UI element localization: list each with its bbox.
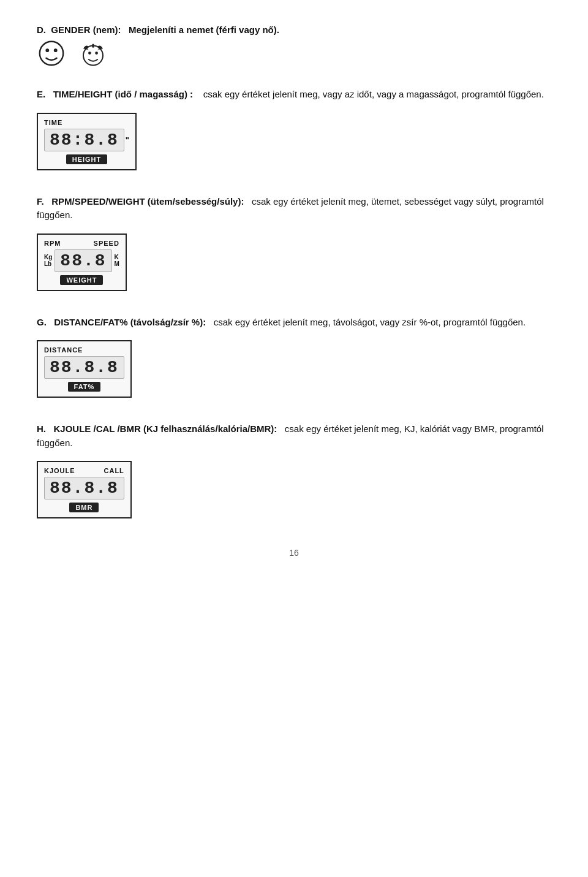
- distance-top-labels: DISTANCE: [44, 346, 124, 354]
- fat-label: FAT%: [68, 382, 101, 392]
- section-h: H. KJOULE /CAL /BMR (KJ felhasználás/kal…: [37, 422, 551, 523]
- fat-bottom: FAT%: [44, 382, 124, 392]
- section-e-title: TIME/HEIGHT (idő / magasság) :: [53, 89, 193, 99]
- section-f-desc: F. RPM/SPEED/WEIGHT (ütem/sebesség/súly)…: [37, 195, 551, 222]
- time-height-unit: ": [126, 135, 129, 145]
- section-e-desc: E. TIME/HEIGHT (idő / magasság) : csak e…: [37, 88, 551, 102]
- female-icon: [78, 39, 108, 68]
- distance-digits-row: 88.8.8: [44, 356, 124, 379]
- section-e-desc-text: csak egy értéket jelenít meg, vagy az id…: [203, 89, 544, 99]
- svg-point-2: [54, 48, 58, 52]
- time-height-digits-row: 88:8.8 ": [44, 129, 129, 151]
- rpm-speed-digits-row: Kg Lb 88.8 K M: [44, 249, 119, 272]
- section-f-label: F.: [37, 196, 44, 207]
- time-height-bottom: HEIGHT: [44, 154, 129, 164]
- weight-bottom: WEIGHT: [44, 275, 119, 285]
- speed-label: SPEED: [94, 240, 119, 247]
- male-icon: [37, 39, 66, 68]
- section-g-desc: G. DISTANCE/FAT% (távolság/zsír %): csak…: [37, 316, 551, 330]
- kg-label: Kg: [44, 254, 52, 260]
- distance-fat-display: DISTANCE 88.8.8 FAT%: [37, 340, 132, 398]
- distance-label: DISTANCE: [44, 346, 83, 354]
- svg-point-1: [45, 48, 49, 52]
- kjoule-label: KJOULE: [44, 467, 75, 474]
- section-f: F. RPM/SPEED/WEIGHT (ütem/sebesség/súly)…: [37, 195, 551, 296]
- m-label: M: [115, 260, 119, 267]
- gender-icons-container: [37, 39, 551, 68]
- section-h-title: KJOULE /CAL /BMR (KJ felhasználás/kalóri…: [54, 423, 277, 434]
- kjoule-cal-bmr-display: KJOULE CALL 88.8.8 BMR: [37, 461, 132, 518]
- section-e: E. TIME/HEIGHT (idő / magasság) : csak e…: [37, 88, 551, 175]
- section-g-label: G.: [37, 317, 47, 327]
- svg-point-0: [40, 42, 63, 65]
- time-label: TIME: [44, 119, 62, 126]
- lb-label: Lb: [44, 260, 52, 267]
- section-d-title: D. GENDER (nem): Megjeleníti a nemet (fé…: [37, 25, 551, 35]
- bmr-bottom: BMR: [44, 503, 124, 512]
- section-g: G. DISTANCE/FAT% (távolság/zsír %): csak…: [37, 316, 551, 403]
- section-f-title: RPM/SPEED/WEIGHT (ütem/sebesség/súly):: [51, 196, 244, 207]
- distance-digits: 88.8.8: [44, 356, 124, 379]
- time-height-digits: 88:8.8: [44, 129, 124, 151]
- km-m-labels: K M: [115, 254, 119, 267]
- section-g-title: DISTANCE/FAT% (távolság/zsír %):: [54, 317, 206, 327]
- section-e-label: E.: [37, 89, 45, 99]
- height-label: HEIGHT: [66, 154, 108, 164]
- kg-lb-labels: Kg Lb: [44, 254, 52, 267]
- section-h-label: H.: [37, 423, 46, 434]
- rpm-speed-weight-display: RPM SPEED Kg Lb 88.8 K M WEIGHT: [37, 233, 127, 291]
- svg-point-4: [83, 46, 103, 66]
- page-number: 16: [37, 548, 551, 558]
- weight-label: WEIGHT: [60, 275, 103, 285]
- kjoule-digits: 88.8.8: [44, 477, 124, 499]
- section-d: D. GENDER (nem): Megjeleníti a nemet (fé…: [37, 25, 551, 68]
- kjoule-digits-row: 88.8.8: [44, 477, 124, 499]
- kjoule-top-labels: KJOULE CALL: [44, 467, 124, 474]
- rpm-label: RPM: [44, 240, 61, 247]
- svg-point-5: [88, 51, 91, 55]
- svg-point-6: [95, 51, 98, 55]
- rpm-speed-digits: 88.8: [55, 249, 111, 272]
- time-height-display: TIME 88:8.8 " HEIGHT: [37, 113, 137, 170]
- bmr-label: BMR: [69, 503, 99, 512]
- time-height-top-labels: TIME: [44, 119, 129, 126]
- k-label: K: [115, 254, 119, 260]
- rpm-speed-top-labels: RPM SPEED: [44, 240, 119, 247]
- section-h-desc: H. KJOULE /CAL /BMR (KJ felhasználás/kal…: [37, 422, 551, 450]
- call-label: CALL: [104, 467, 124, 474]
- section-g-desc-text: csak egy értéket jelenít meg, távolságot…: [214, 317, 526, 327]
